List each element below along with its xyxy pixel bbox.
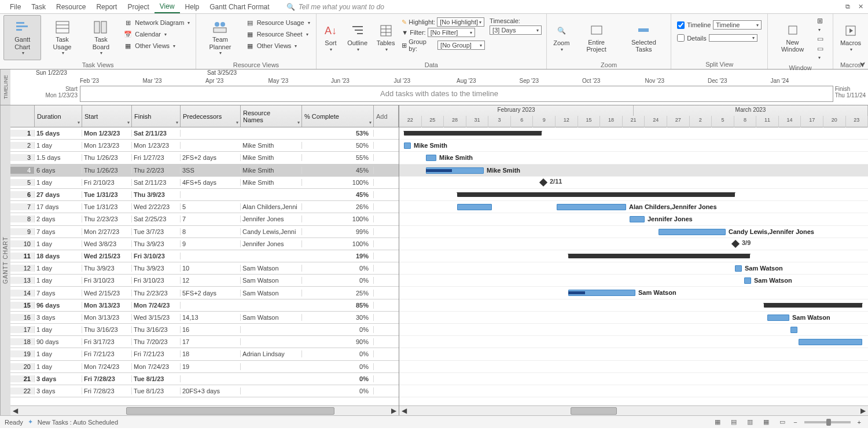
selected-tasks-button[interactable]: Selected Tasks	[620, 15, 667, 60]
cell-percent-complete[interactable]: 100%	[302, 240, 374, 247]
row-number-header[interactable]	[10, 105, 35, 127]
cell-predecessors[interactable]: 16	[181, 326, 241, 333]
cell-finish[interactable]: Thu 7/20/23	[132, 338, 181, 345]
cell-predecessors[interactable]: 3SS	[181, 167, 241, 174]
cell-finish[interactable]: Sat 2/11/23	[132, 130, 181, 137]
gantt-row[interactable]: Candy Lewis,Jennifer Jones	[399, 226, 868, 238]
cell-finish[interactable]: Wed 3/15/23	[132, 314, 181, 321]
cell-percent-complete[interactable]: 85%	[302, 302, 374, 309]
cell-duration[interactable]: 7 days	[35, 290, 82, 297]
cell-duration[interactable]: 3 days	[35, 375, 82, 382]
cell-percent-complete[interactable]: 0%	[302, 388, 374, 394]
tables-button[interactable]: Tables ▾	[373, 15, 398, 60]
cell-percent-complete[interactable]: 0%	[302, 375, 374, 382]
gantt-row[interactable]	[399, 324, 868, 336]
table-row[interactable]: 97 daysMon 2/27/23Tue 3/7/238Candy Lewis…	[10, 226, 399, 238]
menu-gantt-format[interactable]: Gantt Chart Format	[204, 1, 274, 13]
table-row[interactable]: 627 daysTue 1/31/23Thu 3/9/2345%	[10, 189, 399, 201]
cell-start[interactable]: Wed 2/15/23	[82, 290, 132, 297]
cell-finish[interactable]: Thu 3/9/23	[132, 265, 181, 272]
menu-file[interactable]: File	[5, 1, 26, 13]
schedule-mode-text[interactable]: New Tasks : Auto Scheduled	[38, 419, 118, 426]
cell-predecessors[interactable]: 14,13	[181, 314, 241, 321]
zoom-out-button[interactable]: −	[791, 419, 799, 426]
row-number[interactable]: 1	[10, 130, 35, 137]
row-number[interactable]: 6	[10, 191, 35, 198]
gantt-row[interactable]: Mike Smith	[399, 152, 868, 164]
cell-finish[interactable]: Thu 3/16/23	[132, 326, 181, 333]
menu-view[interactable]: View	[155, 1, 180, 13]
gantt-row[interactable]	[399, 373, 868, 385]
row-number[interactable]: 18	[10, 338, 35, 345]
add-new-column[interactable]: Add	[374, 105, 399, 127]
gantt-task-bar[interactable]	[799, 339, 862, 345]
cell-start[interactable]: Tue 1/31/23	[82, 203, 132, 210]
cell-start[interactable]: Fri 7/21/23	[82, 350, 132, 357]
gantt-row[interactable]: Jennifer Jones	[399, 213, 868, 225]
zoom-thumb[interactable]	[826, 419, 831, 426]
entire-project-button[interactable]: Entire Project	[575, 15, 618, 60]
cell-resource-names[interactable]: Candy Lewis,Jenni	[241, 228, 302, 235]
gantt-task-bar[interactable]: Mike Smith	[404, 142, 411, 149]
table-row[interactable]: 131 dayFri 3/10/23Fri 3/10/2312Sam Watso…	[10, 275, 399, 287]
menu-resource[interactable]: Resource	[51, 1, 91, 13]
cell-start[interactable]: Fri 7/28/23	[82, 388, 132, 394]
gantt-row[interactable]	[399, 361, 868, 373]
row-number[interactable]: 10	[10, 240, 35, 247]
cell-finish[interactable]: Fri 3/10/23	[132, 253, 181, 259]
outline-button[interactable]: Outline ▾	[344, 15, 371, 60]
group-combo[interactable]: [No Group]▾	[437, 41, 485, 50]
cell-resource-names[interactable]: Sam Watson	[241, 314, 302, 321]
cell-duration[interactable]: 1.5 days	[35, 154, 82, 161]
table-row[interactable]: 121 dayThu 3/9/23Thu 3/9/2310Sam Watson0…	[10, 262, 399, 275]
gantt-milestone[interactable]	[731, 240, 740, 248]
cell-finish[interactable]: Mon 7/24/23	[132, 363, 181, 370]
other-resource-views-button[interactable]: ▦ Other Views ▾	[244, 41, 311, 51]
filter-control[interactable]: ▼ Filter: [No Filter]▾	[402, 28, 485, 37]
cell-predecessors[interactable]: 5FS+2 days	[181, 290, 241, 297]
timescale-combo[interactable]: [3] Days▾	[490, 25, 542, 35]
gantt-row[interactable]: Mike Smith	[399, 165, 868, 177]
gantt-task-bar[interactable]: Sam Watson	[735, 265, 742, 272]
cell-duration[interactable]: 1 day	[35, 363, 82, 370]
cell-percent-complete[interactable]: 30%	[302, 314, 374, 321]
network-diagram-button[interactable]: ⊞ Network Diagram ▾	[122, 17, 191, 28]
table-row[interactable]: 1596 daysMon 3/13/23Mon 7/24/2385%	[10, 299, 399, 312]
cell-percent-complete[interactable]: 50%	[302, 142, 374, 149]
table-row[interactable]: 191 dayFri 7/21/23Fri 7/21/2318Adrian Li…	[10, 348, 399, 360]
highlight-control[interactable]: ✎ Highlight: [No Highlight]▾	[402, 17, 485, 27]
close-window-icon[interactable]: ✕	[858, 3, 863, 10]
column-start[interactable]: Start▾	[82, 105, 132, 127]
cell-percent-complete[interactable]: 53%	[302, 130, 374, 137]
cell-predecessors[interactable]: 18	[181, 350, 241, 357]
cell-start[interactable]: Thu 3/16/23	[82, 326, 132, 333]
cell-finish[interactable]: Thu 3/9/23	[132, 240, 181, 247]
cell-finish[interactable]: Sat 2/25/23	[132, 215, 181, 222]
gantt-task-bar[interactable]: Sam Watson	[767, 315, 789, 321]
cell-resource-names[interactable]: Adrian Lindsay	[241, 350, 302, 357]
cell-duration[interactable]: 90 days	[35, 338, 82, 345]
cell-start[interactable]: Thu 2/23/23	[82, 215, 132, 222]
gantt-task-bar[interactable]: Sam Watson	[744, 277, 751, 284]
cell-finish[interactable]: Thu 2/23/23	[132, 290, 181, 297]
column-percent-complete[interactable]: % Complete▾	[302, 105, 374, 127]
row-number[interactable]: 20	[10, 363, 35, 370]
cell-predecessors[interactable]: 8	[181, 228, 241, 235]
row-number[interactable]: 19	[10, 350, 35, 357]
cell-percent-complete[interactable]: 55%	[302, 154, 374, 161]
cell-percent-complete[interactable]: 0%	[302, 326, 374, 333]
cell-resource-names[interactable]: Mike Smith	[241, 167, 302, 174]
table-row[interactable]: 171 dayThu 3/16/23Thu 3/16/23160%	[10, 324, 399, 336]
table-row[interactable]: 163 daysMon 3/13/23Wed 3/15/2314,13Sam W…	[10, 312, 399, 324]
cell-duration[interactable]: 1 day	[35, 240, 82, 247]
cell-resource-names[interactable]: Sam Watson	[241, 290, 302, 297]
cell-duration[interactable]: 3 days	[35, 314, 82, 321]
cell-start[interactable]: Wed 2/15/23	[82, 253, 132, 259]
row-number[interactable]: 12	[10, 265, 35, 272]
cell-predecessors[interactable]: 19	[181, 363, 241, 370]
cell-start[interactable]: Mon 1/23/23	[82, 142, 132, 149]
task-usage-button[interactable]: Task Usage ▾	[43, 15, 80, 60]
filter-combo[interactable]: [No Filter]▾	[428, 28, 475, 37]
table-row[interactable]: 147 daysWed 2/15/23Thu 2/23/235FS+2 days…	[10, 287, 399, 299]
scroll-thumb[interactable]	[571, 407, 617, 415]
